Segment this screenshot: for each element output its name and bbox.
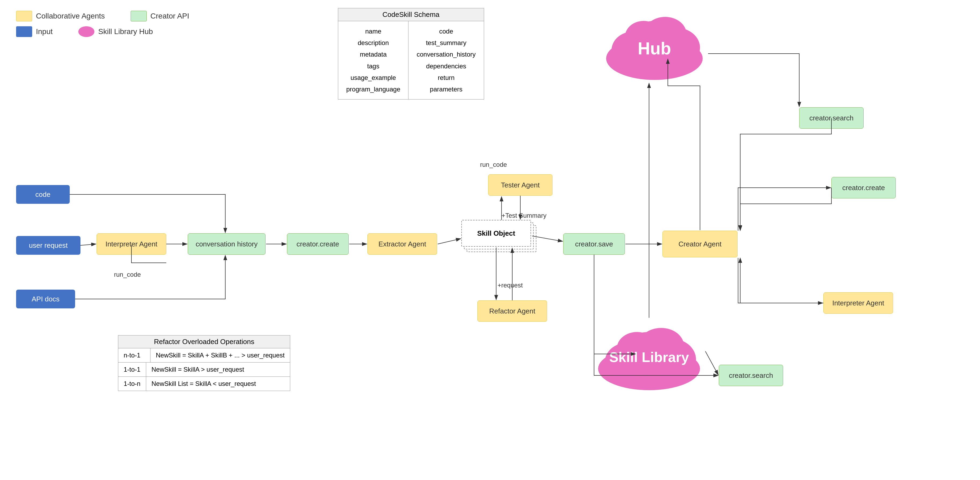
- refactor-val-3: NewSkill List = SkillA < user_request: [146, 377, 261, 391]
- creator-search-bottom: creator.search: [719, 365, 783, 386]
- refactor-val-2: NewSkill = SkillA > user_request: [146, 362, 250, 377]
- refactor-key-3: 1-to-n: [118, 377, 146, 391]
- schema-title: CodeSkill Schema: [338, 8, 484, 21]
- legend-api-label: Creator API: [150, 12, 189, 21]
- user-request-input: user request: [16, 236, 80, 255]
- run-code-label-left: run_code: [114, 271, 141, 278]
- legend-input-box: [16, 26, 32, 37]
- svg-line-22: [705, 351, 718, 375]
- tester-agent: Tester Agent: [488, 174, 552, 196]
- creator-create-2: creator.create: [831, 177, 896, 199]
- legend-input-label: Input: [36, 27, 52, 36]
- refactor-title: Refactor Overloaded Operations: [118, 335, 290, 348]
- run-code-label-right: run_code: [480, 161, 507, 168]
- legend-collab-box: [16, 11, 32, 21]
- legend-api-box: [130, 11, 147, 21]
- legend: Collaborative Agents Creator API Input S…: [16, 11, 189, 37]
- creator-search-top: creator.search: [799, 107, 864, 129]
- refactor-row-2: 1-to-1 NewSkill = SkillA > user_request: [118, 362, 290, 377]
- extractor-agent: Extractor Agent: [368, 233, 437, 255]
- skill-library-cloud: Skill Library: [593, 318, 705, 394]
- conversation-history: conversation history: [188, 233, 266, 255]
- refactor-key-1: n-to-1: [118, 348, 150, 362]
- interpreter-agent-right: Interpreter Agent: [823, 292, 893, 314]
- creator-save: creator.save: [563, 233, 625, 255]
- svg-line-19: [438, 238, 461, 244]
- creator-agent: Creator Agent: [662, 230, 738, 257]
- hub-cloud: Hub: [601, 8, 708, 84]
- refactor-val-1: NewSkill = SkillA + SkillB + ... > user_…: [150, 348, 290, 362]
- svg-line-15: [80, 244, 96, 245]
- svg-text:Skill Library: Skill Library: [609, 350, 689, 365]
- codeskill-schema-table: CodeSkill Schema name description metada…: [338, 8, 484, 100]
- code-input: code: [16, 185, 70, 204]
- refactor-agent: Refactor Agent: [477, 300, 547, 322]
- legend-hub-label: Skill Library Hub: [98, 27, 153, 36]
- interpreter-agent: Interpreter Agent: [97, 233, 166, 255]
- refactor-row-3: 1-to-n NewSkill List = SkillA < user_req…: [118, 377, 290, 391]
- refactor-row-1: n-to-1 NewSkill = SkillA + SkillB + ... …: [118, 348, 290, 362]
- skill-card-1: Skill Object: [461, 220, 531, 247]
- svg-line-20: [532, 236, 563, 242]
- refactor-key-2: 1-to-1: [118, 362, 146, 377]
- svg-text:Hub: Hub: [638, 39, 671, 58]
- legend-hub-box: [78, 26, 94, 37]
- refactor-table: Refactor Overloaded Operations n-to-1 Ne…: [118, 335, 290, 391]
- creator-create-1: creator.create: [287, 233, 348, 255]
- schema-right-col: code test_summary conversation_history d…: [409, 21, 484, 99]
- schema-left-col: name description metadata tags usage_exa…: [338, 21, 409, 99]
- plus-request-label: +request: [498, 281, 523, 289]
- plus-test-summary-label: +Test Summary: [501, 212, 546, 219]
- api-docs-input: API docs: [16, 289, 75, 308]
- legend-collab-label: Collaborative Agents: [36, 12, 105, 21]
